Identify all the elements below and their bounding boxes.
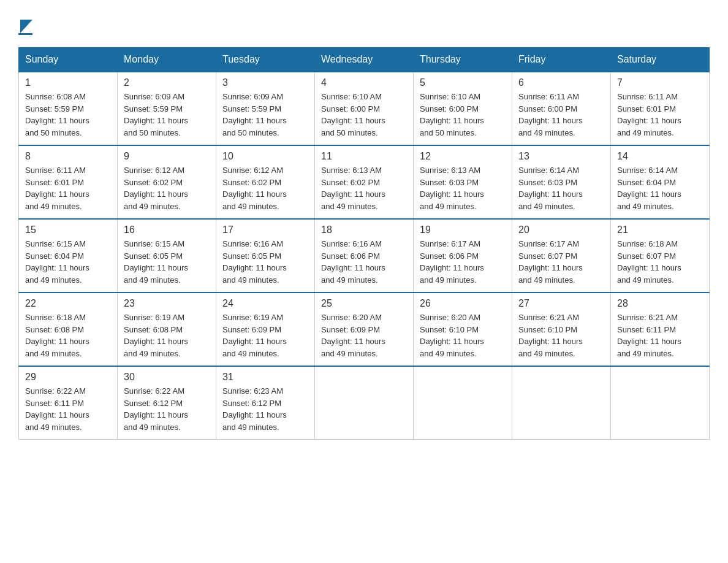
logo-underline [18,33,32,35]
day-number: 16 [124,224,210,236]
day-info: Sunrise: 6:09 AMSunset: 5:59 PMDaylight:… [124,91,210,139]
calendar-week-5: 29Sunrise: 6:22 AMSunset: 6:11 PMDayligh… [19,366,710,440]
day-number: 12 [420,151,506,162]
logo-arrow-icon [20,20,32,33]
day-info: Sunrise: 6:18 AMSunset: 6:08 PMDaylight:… [25,312,111,359]
day-info: Sunrise: 6:21 AMSunset: 6:10 PMDaylight:… [518,312,604,359]
day-number: 7 [617,77,703,88]
calendar-cell [512,366,611,440]
calendar-cell: 6Sunrise: 6:11 AMSunset: 6:00 PMDaylight… [512,72,611,145]
day-info: Sunrise: 6:10 AMSunset: 6:00 PMDaylight:… [420,91,506,139]
day-number: 11 [321,151,407,162]
day-info: Sunrise: 6:22 AMSunset: 6:11 PMDaylight:… [25,385,111,433]
day-info: Sunrise: 6:12 AMSunset: 6:02 PMDaylight:… [124,164,210,212]
day-number: 9 [124,151,210,162]
day-number: 10 [222,151,308,162]
day-number: 26 [420,298,506,309]
day-info: Sunrise: 6:22 AMSunset: 6:12 PMDaylight:… [124,385,210,433]
day-number: 25 [321,298,407,309]
day-number: 30 [124,372,210,383]
calendar-cell: 9Sunrise: 6:12 AMSunset: 6:02 PMDaylight… [118,145,216,219]
calendar-cell [414,366,512,440]
day-number: 3 [222,77,308,88]
calendar-cell: 12Sunrise: 6:13 AMSunset: 6:03 PMDayligh… [414,145,512,219]
day-info: Sunrise: 6:16 AMSunset: 6:05 PMDaylight:… [222,238,308,286]
day-info: Sunrise: 6:19 AMSunset: 6:08 PMDaylight:… [124,312,210,359]
header-saturday: Saturday [611,48,710,72]
calendar-cell: 13Sunrise: 6:14 AMSunset: 6:03 PMDayligh… [512,145,611,219]
calendar-cell: 4Sunrise: 6:10 AMSunset: 6:00 PMDaylight… [315,72,414,145]
day-number: 4 [321,77,407,88]
day-number: 29 [25,372,111,383]
day-info: Sunrise: 6:23 AMSunset: 6:12 PMDaylight:… [222,385,308,433]
day-number: 22 [25,298,111,309]
calendar-table: SundayMondayTuesdayWednesdayThursdayFrid… [18,47,710,440]
calendar-cell [611,366,710,440]
logo [18,18,32,35]
day-info: Sunrise: 6:14 AMSunset: 6:03 PMDaylight:… [518,164,604,212]
day-number: 23 [124,298,210,309]
day-info: Sunrise: 6:16 AMSunset: 6:06 PMDaylight:… [321,238,407,286]
calendar-cell: 16Sunrise: 6:15 AMSunset: 6:05 PMDayligh… [118,219,216,293]
calendar-cell: 19Sunrise: 6:17 AMSunset: 6:06 PMDayligh… [414,219,512,293]
calendar-cell: 21Sunrise: 6:18 AMSunset: 6:07 PMDayligh… [611,219,710,293]
calendar-cell: 22Sunrise: 6:18 AMSunset: 6:08 PMDayligh… [19,293,118,366]
day-number: 17 [222,224,308,236]
day-info: Sunrise: 6:15 AMSunset: 6:05 PMDaylight:… [124,238,210,286]
calendar-cell: 10Sunrise: 6:12 AMSunset: 6:02 PMDayligh… [216,145,315,219]
day-number: 14 [617,151,703,162]
header-monday: Monday [118,48,216,72]
day-number: 5 [420,77,506,88]
calendar-cell: 1Sunrise: 6:08 AMSunset: 5:59 PMDaylight… [19,72,118,145]
calendar-cell: 2Sunrise: 6:09 AMSunset: 5:59 PMDaylight… [118,72,216,145]
svg-marker-0 [20,20,32,33]
header-wednesday: Wednesday [315,48,414,72]
day-number: 28 [617,298,703,309]
calendar-cell [315,366,414,440]
calendar-cell: 24Sunrise: 6:19 AMSunset: 6:09 PMDayligh… [216,293,315,366]
day-number: 20 [518,224,604,236]
calendar-cell: 18Sunrise: 6:16 AMSunset: 6:06 PMDayligh… [315,219,414,293]
calendar-cell: 31Sunrise: 6:23 AMSunset: 6:12 PMDayligh… [216,366,315,440]
day-info: Sunrise: 6:20 AMSunset: 6:09 PMDaylight:… [321,312,407,359]
calendar-cell: 17Sunrise: 6:16 AMSunset: 6:05 PMDayligh… [216,219,315,293]
day-number: 21 [617,224,703,236]
day-info: Sunrise: 6:12 AMSunset: 6:02 PMDaylight:… [222,164,308,212]
header-tuesday: Tuesday [216,48,315,72]
day-info: Sunrise: 6:18 AMSunset: 6:07 PMDaylight:… [617,238,703,286]
day-info: Sunrise: 6:11 AMSunset: 6:01 PMDaylight:… [25,164,111,212]
calendar-cell: 28Sunrise: 6:21 AMSunset: 6:11 PMDayligh… [611,293,710,366]
day-info: Sunrise: 6:19 AMSunset: 6:09 PMDaylight:… [222,312,308,359]
header-thursday: Thursday [414,48,512,72]
day-number: 24 [222,298,308,309]
day-info: Sunrise: 6:17 AMSunset: 6:06 PMDaylight:… [420,238,506,286]
calendar-cell: 25Sunrise: 6:20 AMSunset: 6:09 PMDayligh… [315,293,414,366]
day-info: Sunrise: 6:10 AMSunset: 6:00 PMDaylight:… [321,91,407,139]
calendar-cell: 30Sunrise: 6:22 AMSunset: 6:12 PMDayligh… [118,366,216,440]
calendar-week-4: 22Sunrise: 6:18 AMSunset: 6:08 PMDayligh… [19,293,710,366]
calendar-cell: 11Sunrise: 6:13 AMSunset: 6:02 PMDayligh… [315,145,414,219]
calendar-cell: 5Sunrise: 6:10 AMSunset: 6:00 PMDaylight… [414,72,512,145]
day-info: Sunrise: 6:17 AMSunset: 6:07 PMDaylight:… [518,238,604,286]
day-number: 27 [518,298,604,309]
calendar-cell: 14Sunrise: 6:14 AMSunset: 6:04 PMDayligh… [611,145,710,219]
day-number: 13 [518,151,604,162]
calendar-week-3: 15Sunrise: 6:15 AMSunset: 6:04 PMDayligh… [19,219,710,293]
calendar-cell: 29Sunrise: 6:22 AMSunset: 6:11 PMDayligh… [19,366,118,440]
calendar-cell: 23Sunrise: 6:19 AMSunset: 6:08 PMDayligh… [118,293,216,366]
day-info: Sunrise: 6:13 AMSunset: 6:02 PMDaylight:… [321,164,407,212]
calendar-cell: 26Sunrise: 6:20 AMSunset: 6:10 PMDayligh… [414,293,512,366]
day-number: 6 [518,77,604,88]
day-number: 1 [25,77,111,88]
day-info: Sunrise: 6:11 AMSunset: 6:00 PMDaylight:… [518,91,604,139]
page-header [18,18,710,35]
calendar-header-row: SundayMondayTuesdayWednesdayThursdayFrid… [19,48,710,72]
day-info: Sunrise: 6:08 AMSunset: 5:59 PMDaylight:… [25,91,111,139]
day-number: 18 [321,224,407,236]
day-info: Sunrise: 6:15 AMSunset: 6:04 PMDaylight:… [25,238,111,286]
day-info: Sunrise: 6:13 AMSunset: 6:03 PMDaylight:… [420,164,506,212]
calendar-cell: 15Sunrise: 6:15 AMSunset: 6:04 PMDayligh… [19,219,118,293]
calendar-week-2: 8Sunrise: 6:11 AMSunset: 6:01 PMDaylight… [19,145,710,219]
header-friday: Friday [512,48,611,72]
day-info: Sunrise: 6:11 AMSunset: 6:01 PMDaylight:… [617,91,703,139]
